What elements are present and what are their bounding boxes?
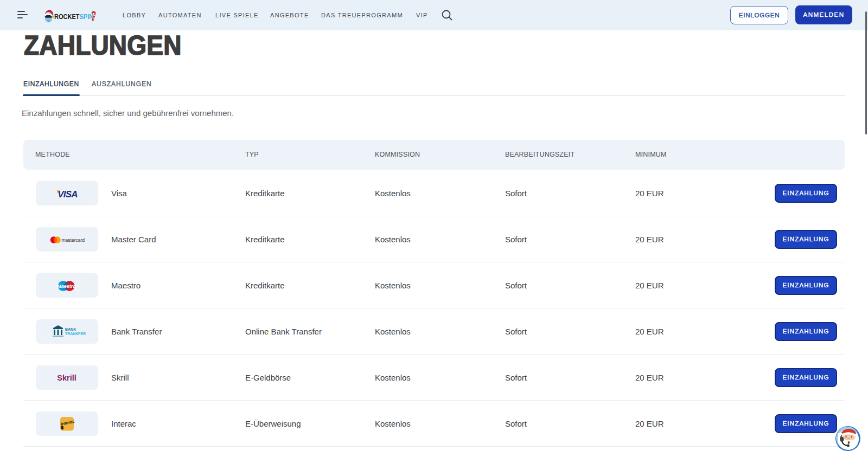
svg-text:BANK: BANK bbox=[65, 327, 76, 331]
svg-text:mastercard: mastercard bbox=[62, 237, 85, 242]
svg-text:Skrill: Skrill bbox=[57, 374, 76, 382]
svg-text:Maestro: Maestro bbox=[57, 283, 76, 288]
svg-text:TRANSFER: TRANSFER bbox=[65, 332, 86, 336]
svg-text:VISA: VISA bbox=[58, 189, 78, 199]
